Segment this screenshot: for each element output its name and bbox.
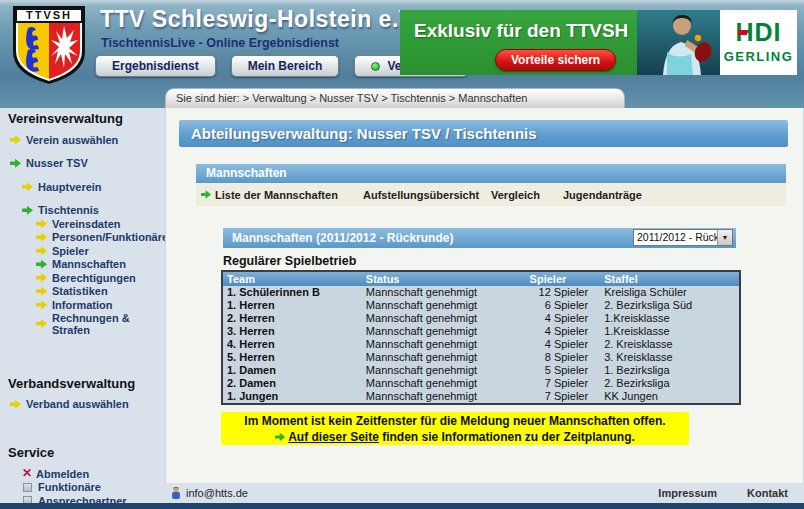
breadcrumb-prefix: Sie sind hier: [176, 92, 240, 104]
nav-arrow-icon [10, 134, 21, 145]
breadcrumb-link[interactable]: Verwaltung [252, 92, 306, 104]
sidebar-item[interactable]: Verband auswählen [8, 398, 163, 412]
dropdown-arrow-icon[interactable]: ▼ [717, 230, 732, 245]
breadcrumb-link[interactable]: Mannschaften [458, 92, 527, 104]
nav-button[interactable]: Mein Bereich [231, 55, 340, 77]
nav-arrow-icon [36, 232, 47, 243]
sidebar-item[interactable]: Tischtennis [8, 204, 163, 218]
sidebar-item-label: Funktionäre [38, 481, 101, 493]
breadcrumb-link[interactable]: Nusser TSV [319, 92, 378, 104]
cell-spieler: 12 Spieler [528, 286, 601, 299]
section-menu: Liste der Mannschaften Aufstellungsübers… [196, 183, 786, 206]
notice-arrow-icon [275, 432, 285, 442]
footer-links: ImpressumKontakt [658, 487, 788, 499]
section-menu-item[interactable]: Jugendanträge [563, 183, 642, 206]
footer-link[interactable]: Kontakt [747, 487, 788, 499]
table-row[interactable]: 1. Jungen Mannschaft genehmigt 7 Spieler… [222, 390, 740, 404]
service-item-icon [22, 468, 33, 479]
sidebar-item-label: Abmelden [36, 468, 89, 480]
ttvsh-crest-logo: TTVSH [8, 4, 90, 86]
sidebar-item[interactable]: Funktionäre [8, 481, 163, 495]
cell-spieler: 4 Spieler [528, 312, 601, 325]
page-title: Abteilungsverwaltung: Nusser TSV / Tisch… [179, 120, 788, 147]
sidebar-item[interactable]: Rechnungen & Strafen [8, 312, 163, 336]
season-bar: Mannschaften (2011/2012 - Rückrunde) 201… [223, 228, 736, 248]
column-header-team: Team [222, 271, 362, 286]
sidebar-item[interactable]: Information [8, 298, 163, 312]
sidebar-item-label: Spieler [52, 245, 89, 257]
sidebar-item-label: Statistiken [52, 285, 108, 297]
sidebar-item-label: Nusser TSV [26, 157, 88, 169]
cell-team: 3. Herren [222, 325, 362, 338]
menu-item-label: Liste der Mannschaften [215, 189, 338, 201]
table-row[interactable]: 3. Herren Mannschaft genehmigt 4 Spieler… [222, 325, 740, 338]
season-select-value: 2011/2012 - Rückrunde [634, 230, 717, 245]
cell-team: 2. Damen [222, 377, 362, 390]
ttvsh-ad-banner[interactable]: Exklusiv für den TTVSH Vorteile sichern [400, 10, 637, 75]
column-header-staffel: Staffel [600, 271, 740, 286]
zeitplanung-link[interactable]: Auf dieser Seite [288, 430, 379, 444]
cell-status: Mannschaft genehmigt [362, 338, 528, 351]
sidebar-item[interactable]: Vereinsdaten [8, 217, 163, 231]
cell-staffel: 1.Kreisklasse [600, 325, 740, 338]
cell-spieler: 8 Spieler [528, 351, 601, 364]
sidebar: Vereinsverwaltung Verein auswählen Nusse… [0, 88, 165, 503]
breadcrumb-link[interactable]: Tischtennis [391, 92, 446, 104]
menu-arrow-icon [201, 190, 211, 200]
table-row[interactable]: 2. Damen Mannschaft genehmigt 7 Spieler … [222, 377, 740, 390]
cell-staffel: 2. Bezirksliga [600, 377, 740, 390]
nav-button[interactable]: Ergebnisdienst [95, 55, 216, 77]
table-row[interactable]: 1. Damen Mannschaft genehmigt 5 Spieler … [222, 364, 740, 377]
table-row[interactable]: 4. Herren Mannschaft genehmigt 4 Spieler… [222, 338, 740, 351]
nav-arrow-icon [36, 318, 47, 329]
section-menu-item[interactable]: Liste der Mannschaften [201, 183, 338, 206]
nav-arrow-icon [22, 181, 33, 192]
footer-email-label: info@htts.de [186, 487, 248, 499]
section-menu-item[interactable]: Aufstellungsübersicht [363, 183, 479, 206]
sidebar-item[interactable]: Verein auswählen [8, 133, 163, 147]
sidebar-item[interactable]: Berechtigungen [8, 271, 163, 285]
cell-team: 4. Herren [222, 338, 362, 351]
table-row[interactable]: 1. Herren Mannschaft genehmigt 6 Spieler… [222, 299, 740, 312]
nav-button-label: Mein Bereich [248, 59, 323, 73]
hdi-red-bar [738, 30, 747, 35]
nav-arrow-icon [36, 299, 47, 310]
sidebar-item[interactable]: Mannschaften [8, 258, 163, 272]
service-item-icon [23, 483, 32, 492]
sidebar-item[interactable]: Hauptverein [8, 180, 163, 194]
app-subtitle: TischtennisLive - Online Ergebnisdienst [101, 36, 339, 50]
sidebar-heading: Service [8, 445, 163, 460]
breadcrumb: Sie sind hier:VerwaltungNusser TSVTischt… [165, 88, 625, 108]
cell-status: Mannschaft genehmigt [362, 364, 528, 377]
cell-team: 1. Schülerinnen B [222, 286, 362, 299]
ad-cta-button[interactable]: Vorteile sichern [495, 49, 616, 71]
cell-spieler: 4 Spieler [528, 338, 601, 351]
sidebar-item-label: Berechtigungen [52, 272, 136, 284]
season-select[interactable]: 2011/2012 - Rückrunde ▼ [633, 229, 733, 246]
sidebar-item-label: Mannschaften [52, 258, 126, 270]
footer-link[interactable]: Impressum [658, 487, 717, 499]
nav-arrow-icon [36, 286, 47, 297]
sidebar-item[interactable]: Spieler [8, 244, 163, 258]
cell-status: Mannschaft genehmigt [362, 299, 528, 312]
menu-item-label: Jugendanträge [563, 189, 642, 201]
cell-status: Mannschaft genehmigt [362, 312, 528, 325]
cell-status: Mannschaft genehmigt [362, 377, 528, 390]
table-row[interactable]: 1. Schülerinnen B Mannschaft genehmigt 1… [222, 286, 740, 299]
section-menu-item[interactable]: Vergleich [491, 183, 540, 206]
table-row[interactable]: 2. Herren Mannschaft genehmigt 4 Spieler… [222, 312, 740, 325]
cell-team: 1. Damen [222, 364, 362, 377]
sidebar-item[interactable]: Statistiken [8, 285, 163, 299]
cell-staffel: 3. Kreisklasse [600, 351, 740, 364]
sidebar-item[interactable]: Nusser TSV [8, 157, 163, 171]
footer-email-link[interactable]: info@htts.de [170, 486, 248, 499]
sidebar-item[interactable]: Abmelden [8, 467, 163, 481]
nav-button-label: Ergebnisdienst [112, 59, 199, 73]
notice-box: Im Moment ist kein Zeitfenster für die M… [221, 412, 689, 445]
sidebar-item[interactable]: Personen/Funktionäre [8, 231, 163, 245]
nav-arrow-icon [36, 259, 47, 270]
cell-spieler: 5 Spieler [528, 364, 601, 377]
table-row[interactable]: 5. Herren Mannschaft genehmigt 8 Spieler… [222, 351, 740, 364]
cell-spieler: 6 Spieler [528, 299, 601, 312]
cell-status: Mannschaft genehmigt [362, 286, 528, 299]
